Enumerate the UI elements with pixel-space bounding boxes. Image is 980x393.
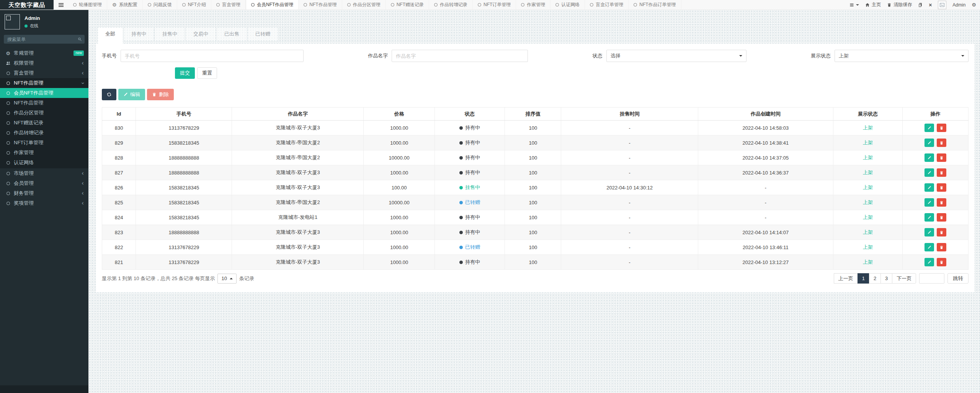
phone-label: 手机号 bbox=[102, 52, 117, 59]
sidebar-submenu-item[interactable]: NFT作品管理 bbox=[0, 98, 88, 108]
nav-tab[interactable]: NFT介绍 bbox=[177, 0, 211, 10]
row-edit-button[interactable] bbox=[924, 228, 934, 236]
sidebar-menu-item[interactable]: 市场管理 ‹ bbox=[0, 168, 88, 178]
sidebar-menu-item[interactable]: 奖项管理 ‹ bbox=[0, 198, 88, 208]
page-size-dropdown[interactable]: 10 bbox=[217, 274, 236, 284]
page-jump-input[interactable] bbox=[919, 273, 944, 284]
page-button[interactable]: 1 bbox=[858, 273, 869, 284]
page-button[interactable]: 上一页 bbox=[834, 273, 858, 284]
trash-icon bbox=[939, 156, 944, 160]
sidebar-submenu-item[interactable]: 会员NFT作品管理 bbox=[0, 88, 88, 98]
window-list-menu[interactable] bbox=[849, 3, 859, 7]
filter-tab[interactable]: 已转赠 bbox=[248, 28, 278, 41]
display-status-link[interactable]: 上架 bbox=[863, 259, 873, 265]
display-status-link[interactable]: 上架 bbox=[863, 229, 873, 235]
row-delete-button[interactable] bbox=[937, 258, 946, 266]
nav-tab[interactable]: 作品转增记录 bbox=[429, 0, 473, 10]
settings-gear-icon[interactable]: ⚙ bbox=[972, 2, 976, 7]
row-edit-button[interactable] bbox=[924, 198, 934, 207]
display-status-link[interactable]: 上架 bbox=[863, 244, 873, 250]
submit-button[interactable]: 提交 bbox=[175, 67, 195, 79]
row-delete-button[interactable] bbox=[937, 153, 946, 162]
nav-tab[interactable]: 作品分区管理 bbox=[342, 0, 386, 10]
sidebar-menu-item-nft-works[interactable]: NFT作品管理 ‹ bbox=[0, 78, 88, 88]
nav-tab[interactable]: 盲盒订单管理 bbox=[585, 0, 629, 10]
row-edit-button[interactable] bbox=[924, 153, 934, 162]
search-icon[interactable] bbox=[75, 35, 85, 44]
reset-button[interactable]: 重置 bbox=[197, 67, 217, 79]
row-edit-button[interactable] bbox=[924, 168, 934, 177]
display-status-link[interactable]: 上架 bbox=[863, 125, 873, 130]
pages-button[interactable] bbox=[918, 3, 923, 7]
home-button[interactable]: 主页 bbox=[865, 2, 881, 8]
display-status-link[interactable]: 上架 bbox=[863, 214, 873, 220]
user-avatar[interactable] bbox=[938, 1, 946, 9]
refresh-button[interactable] bbox=[102, 89, 116, 100]
sidebar-submenu-item[interactable]: 作品转增记录 bbox=[0, 128, 88, 138]
phone-input[interactable] bbox=[121, 50, 304, 62]
status-badge: 持有中 bbox=[459, 229, 480, 236]
sidebar-menu-item[interactable]: 财务管理 ‹ bbox=[0, 188, 88, 198]
row-delete-button[interactable] bbox=[937, 198, 946, 207]
row-delete-button[interactable] bbox=[937, 213, 946, 222]
row-delete-button[interactable] bbox=[937, 183, 946, 192]
display-status-link[interactable]: 上架 bbox=[863, 170, 873, 175]
work-name-input[interactable] bbox=[392, 50, 528, 62]
nav-tab[interactable]: 问题反馈 bbox=[143, 0, 177, 10]
row-edit-button[interactable] bbox=[924, 258, 934, 266]
nav-tab[interactable]: 作家管理 bbox=[516, 0, 550, 10]
sidebar-menu-item[interactable]: 权限管理 ‹ bbox=[0, 58, 88, 68]
row-edit-button[interactable] bbox=[924, 243, 934, 251]
row-delete-button[interactable] bbox=[937, 124, 946, 132]
nav-tab[interactable]: NFT赠送记录 bbox=[386, 0, 429, 10]
display-status-link[interactable]: 上架 bbox=[863, 140, 873, 145]
fullscreen-toggle[interactable]: × bbox=[929, 2, 932, 8]
sidebar-submenu-item[interactable]: 作家管理 bbox=[0, 148, 88, 158]
nav-tab[interactable]: 会员NFT作品管理 bbox=[246, 0, 299, 10]
display-status-link[interactable]: 上架 bbox=[863, 199, 873, 205]
display-status-select[interactable]: 上架 bbox=[835, 50, 969, 62]
sidebar-submenu-item[interactable]: 作品分区管理 bbox=[0, 108, 88, 118]
filter-tab[interactable]: 交易中 bbox=[186, 28, 216, 41]
sidebar-submenu-item[interactable]: NFT订单管理 bbox=[0, 138, 88, 148]
page-button[interactable]: 3 bbox=[880, 273, 892, 284]
sidebar-submenu-item[interactable]: NFT赠送记录 bbox=[0, 118, 88, 128]
nav-tab[interactable]: 盲盒管理 bbox=[211, 0, 246, 10]
filter-tab[interactable]: 已出售 bbox=[217, 28, 247, 41]
row-delete-button[interactable] bbox=[937, 139, 946, 147]
filter-tab[interactable]: 全部 bbox=[98, 28, 122, 44]
filter-tab[interactable]: 挂售中 bbox=[155, 28, 185, 41]
row-edit-button[interactable] bbox=[924, 139, 934, 147]
nav-tab[interactable]: NFT订单管理 bbox=[473, 0, 516, 10]
nav-tab[interactable]: 认证网络 bbox=[550, 0, 585, 10]
hamburger-menu-icon[interactable] bbox=[54, 0, 68, 10]
row-delete-button[interactable] bbox=[937, 168, 946, 177]
sidebar-submenu-item[interactable]: 认证网络 bbox=[0, 158, 88, 168]
nav-tab[interactable]: NFT作品管理 bbox=[299, 0, 342, 10]
page-jump-button[interactable]: 跳转 bbox=[947, 273, 969, 284]
sidebar-menu-item[interactable]: ⚙ 常规管理 new bbox=[0, 48, 88, 58]
page-button[interactable]: 2 bbox=[869, 273, 881, 284]
page-button[interactable]: 下一页 bbox=[892, 273, 916, 284]
edit-button[interactable]: 编辑 bbox=[118, 89, 145, 100]
filter-tab[interactable]: 持有中 bbox=[124, 28, 154, 41]
row-delete-button[interactable] bbox=[937, 228, 946, 236]
username[interactable]: Admin bbox=[952, 2, 965, 8]
nav-tab[interactable]: 轮播图管理 bbox=[68, 0, 107, 10]
nav-tab[interactable]: ⚙ 系统配置 bbox=[107, 0, 143, 10]
row-edit-button[interactable] bbox=[924, 183, 934, 192]
delete-button[interactable]: 删除 bbox=[147, 89, 174, 100]
status-select[interactable]: 选择 bbox=[606, 50, 746, 62]
display-status-link[interactable]: 上架 bbox=[863, 184, 873, 190]
menu-search-input[interactable] bbox=[4, 37, 75, 42]
row-edit-button[interactable] bbox=[924, 213, 934, 222]
display-status-link[interactable]: 上架 bbox=[863, 155, 873, 160]
row-edit-button[interactable] bbox=[924, 124, 934, 132]
nav-tab[interactable]: NFT作品订单管理 bbox=[629, 0, 681, 10]
sidebar-menu-item[interactable]: 盲盒管理 ‹ bbox=[0, 68, 88, 78]
refresh-icon bbox=[107, 92, 111, 97]
sidebar-menu-item[interactable]: 会员管理 ‹ bbox=[0, 178, 88, 188]
cell-display-status: 上架 bbox=[833, 135, 902, 150]
row-delete-button[interactable] bbox=[937, 243, 946, 251]
clear-cache-button[interactable]: 清除缓存 bbox=[887, 2, 912, 8]
